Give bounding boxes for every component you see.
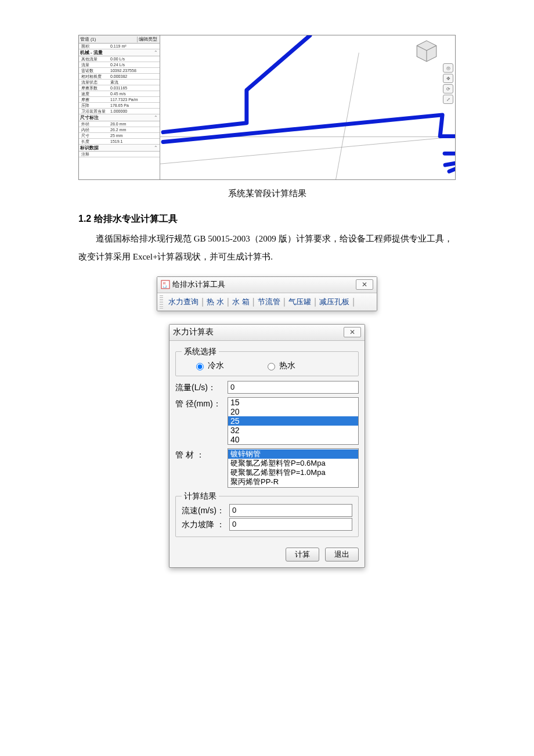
group-label: 系统选择: [182, 347, 219, 357]
toolbar-title: 给排水计算工具: [172, 279, 225, 290]
nav-orbit-icon[interactable]: ⟳: [443, 84, 453, 93]
slope-output[interactable]: [229, 518, 352, 531]
section-heading: 1.2 给排水专业计算工具: [78, 213, 456, 225]
label-velocity: 流速(m/s)：: [182, 504, 229, 516]
tool-water-tank[interactable]: 水 箱: [230, 297, 251, 307]
list-item[interactable]: 50: [228, 444, 358, 445]
section-mech-flow[interactable]: 机械 - 流量⌃: [79, 49, 160, 56]
radio-hot-input[interactable]: [268, 363, 275, 370]
collapse-icon[interactable]: ⌃: [154, 115, 158, 120]
figure-caption: 系统某管段计算结果: [78, 188, 456, 199]
element-type-dropdown[interactable]: 管道 (1): [80, 37, 138, 42]
system-select-group: 系统选择 冷水 热水: [175, 347, 359, 376]
result-group: 计算结果 流速(m/s)： 水力坡降 ：: [175, 491, 359, 537]
list-item[interactable]: 20: [228, 407, 358, 416]
drainage-tool-toolbar: RLZ 给排水计算工具 ✕ 水力查询| 热 水| 水 箱| 节流管| 气压罐| …: [157, 276, 377, 311]
radio-cold-input[interactable]: [196, 363, 204, 370]
toolbar-grip-icon[interactable]: [160, 296, 163, 308]
list-item[interactable]: 15: [228, 398, 358, 407]
radio-cold[interactable]: 冷水: [193, 361, 224, 371]
paragraph: 遵循国标给排水现行规范 GB 50015-2003（2009 版）计算要求，给设…: [78, 230, 456, 266]
label-flow: 流量(L/s)：: [175, 381, 228, 393]
list-item[interactable]: 硬聚氯乙烯塑料管P=1.0Mpa: [228, 468, 358, 477]
velocity-output[interactable]: [229, 504, 352, 517]
nav-pan-icon[interactable]: ✥: [443, 74, 453, 83]
section-identity[interactable]: 标识数据⌃: [79, 145, 160, 152]
revit-screenshot: 管道 (1) 编辑类型 面积0.119 m² 机械 - 流量⌃ 其他流量0.00…: [78, 35, 456, 180]
tool-hydraulic-query[interactable]: 水力查询: [167, 297, 200, 307]
app-icon: RLZ: [161, 280, 170, 289]
list-item[interactable]: 32: [228, 426, 358, 435]
nav-wheel-icon[interactable]: ◎: [443, 63, 453, 73]
close-button[interactable]: ✕: [344, 327, 361, 337]
svg-line-2: [336, 53, 359, 179]
label-material: 管 材 ：: [175, 448, 228, 460]
tool-throttle-pipe[interactable]: 节流管: [256, 297, 282, 307]
nav-zoom-icon[interactable]: ⤢: [443, 95, 453, 104]
view-cube[interactable]: [414, 39, 439, 63]
prop-val: 0.119 m²: [109, 44, 160, 48]
exit-button[interactable]: 退出: [325, 548, 359, 561]
calc-button[interactable]: 计算: [286, 548, 319, 561]
edit-type-button[interactable]: 编辑类型: [138, 37, 158, 42]
group-label: 计算结果: [182, 491, 219, 502]
list-item[interactable]: 硬聚氯乙烯塑料管P=0.6Mpa: [228, 459, 358, 468]
svg-text:LZ: LZ: [163, 285, 167, 289]
list-item[interactable]: 25: [228, 416, 358, 426]
label-diameter: 管 径(mm)：: [175, 397, 228, 409]
label-slope: 水力坡降 ：: [182, 518, 229, 530]
flow-input[interactable]: [228, 381, 359, 394]
nav-tools: ◎ ✥ ⟳ ⤢: [443, 63, 453, 105]
diameter-listbox[interactable]: 15 20 25 32 40 50: [228, 397, 359, 445]
close-button[interactable]: ✕: [356, 279, 373, 290]
list-item[interactable]: 镀锌钢管: [228, 449, 358, 459]
tool-pressure-tank[interactable]: 气压罐: [287, 297, 313, 307]
tool-hot-water[interactable]: 热 水: [205, 297, 226, 307]
hydraulic-calc-dialog: 水力计算表 ✕ 系统选择 冷水 热水 流量(L/s)： 管 径(mm)： 15: [169, 324, 365, 568]
collapse-icon[interactable]: ⌃: [154, 50, 158, 55]
dialog-title: 水力计算表: [173, 327, 214, 337]
properties-panel: 管道 (1) 编辑类型 面积0.119 m² 机械 - 流量⌃ 其他流量0.00…: [79, 35, 160, 179]
prop-key: 面积: [79, 44, 109, 49]
material-listbox[interactable]: 镀锌钢管 硬聚氯乙烯塑料管P=0.6Mpa 硬聚氯乙烯塑料管P=1.0Mpa 聚…: [228, 448, 359, 488]
svg-line-1: [160, 137, 455, 164]
collapse-icon[interactable]: ⌃: [154, 145, 158, 150]
tool-orifice-plate[interactable]: 减压孔板: [317, 297, 351, 307]
list-item[interactable]: 聚丙烯管PP-R: [228, 477, 358, 487]
section-dimensions[interactable]: 尺寸标注⌃: [79, 114, 160, 121]
list-item[interactable]: 40: [228, 435, 358, 444]
radio-hot[interactable]: 热水: [265, 361, 295, 371]
3d-viewport[interactable]: ◎ ✥ ⟳ ⤢: [160, 35, 455, 179]
